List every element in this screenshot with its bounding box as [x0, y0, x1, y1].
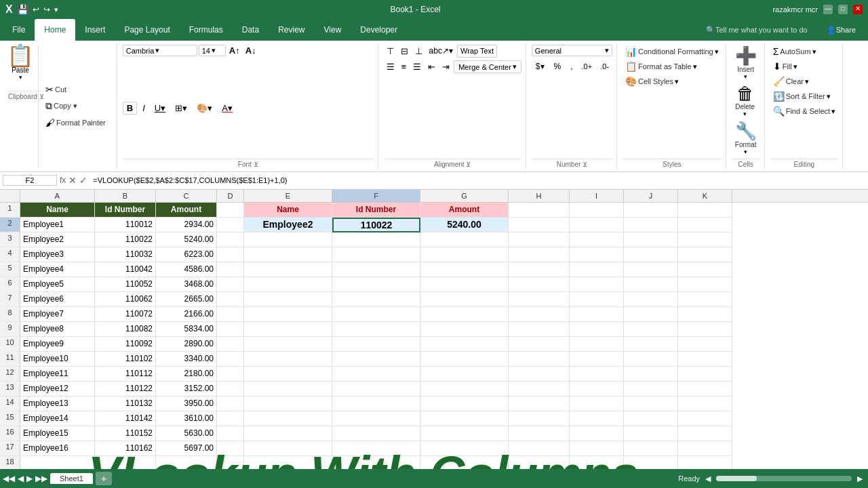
cell-6-G[interactable] [420, 277, 509, 292]
cell-16-C[interactable]: 5630.00 [156, 426, 217, 441]
cell-9-H[interactable] [509, 322, 570, 337]
cell-13-K[interactable] [678, 382, 732, 396]
cell-4-J[interactable] [624, 247, 678, 262]
cell-13-I[interactable] [570, 382, 624, 396]
cell-14-H[interactable] [509, 396, 570, 411]
cell-11-F[interactable] [332, 352, 420, 367]
fill-color-btn[interactable]: 🎨▾ [193, 102, 216, 115]
format-btn[interactable]: 🔧 Format▾ [732, 120, 760, 157]
cell-7-A[interactable]: Employee6 [20, 292, 95, 307]
redo-icon[interactable]: ↪ [43, 5, 50, 14]
cell-16-E[interactable] [244, 426, 332, 441]
cell-16-F[interactable] [332, 426, 420, 441]
cell-16-D[interactable] [217, 426, 244, 441]
cell-17-H[interactable] [509, 441, 570, 456]
indent-increase-btn[interactable]: ⇥ [439, 60, 452, 73]
cell-6-I[interactable] [570, 277, 624, 292]
cell-6-H[interactable] [509, 277, 570, 292]
cell-14-C[interactable]: 3950.00 [156, 396, 217, 411]
row-number[interactable]: 3 [0, 232, 20, 247]
tab-page-layout[interactable]: Page Layout [115, 19, 179, 41]
comma-btn[interactable]: , [566, 60, 576, 73]
merge-center-btn[interactable]: Merge & Center▾ [454, 60, 521, 73]
cell-4-C[interactable]: 6223.00 [156, 247, 217, 262]
save-icon[interactable]: 💾 [17, 4, 28, 15]
cell-15-D[interactable] [217, 411, 244, 426]
cell-4-I[interactable] [570, 247, 624, 262]
cell-12-E[interactable] [244, 367, 332, 382]
row-number[interactable]: 1 [0, 203, 20, 218]
cell-16-A[interactable]: Employee15 [20, 426, 95, 441]
cell-14-D[interactable] [217, 396, 244, 411]
cell-1-A[interactable]: Name [20, 203, 95, 218]
cell-3-H[interactable] [509, 232, 570, 247]
cell-4-B[interactable]: 110032 [95, 247, 156, 262]
cell-2-B[interactable]: 110012 [95, 218, 156, 232]
cell-7-H[interactable] [509, 292, 570, 307]
cell-16-H[interactable] [509, 426, 570, 441]
cell-7-J[interactable] [624, 292, 678, 307]
bottom-align-btn[interactable]: ⊥ [412, 45, 425, 58]
cell-6-C[interactable]: 3468.00 [156, 277, 217, 292]
sheet-tab-sheet1[interactable]: Sheet1 [50, 473, 93, 484]
decimal-decrease-btn[interactable]: .0- [597, 60, 612, 73]
cell-8-D[interactable] [217, 307, 244, 322]
cell-1-F[interactable]: Id Number [332, 203, 420, 218]
cell-5-K[interactable] [678, 262, 732, 277]
cell-2-J[interactable] [624, 218, 678, 232]
autosum-btn[interactable]: Σ AutoSum▾ [770, 45, 819, 58]
clear-btn[interactable]: 🧹 Clear▾ [770, 75, 812, 88]
cell-14-J[interactable] [624, 396, 678, 411]
col-header-k[interactable]: K [678, 190, 732, 202]
cell-7-K[interactable] [678, 292, 732, 307]
cell-10-J[interactable] [624, 337, 678, 352]
col-header-g[interactable]: G [420, 190, 509, 202]
cell-16-K[interactable] [678, 426, 732, 441]
bold-btn[interactable]: B [123, 102, 137, 115]
cell-8-H[interactable] [509, 307, 570, 322]
cell-10-K[interactable] [678, 337, 732, 352]
cell-2-C[interactable]: 2934.00 [156, 218, 217, 232]
cell-8-J[interactable] [624, 307, 678, 322]
add-sheet-btn[interactable]: + [96, 472, 112, 485]
cell-5-G[interactable] [420, 262, 509, 277]
row-number[interactable]: 5 [0, 262, 20, 277]
cell-11-E[interactable] [244, 352, 332, 367]
row-number[interactable]: 8 [0, 307, 20, 322]
cell-11-J[interactable] [624, 352, 678, 367]
cell-8-F[interactable] [332, 307, 420, 322]
cell-12-C[interactable]: 2180.00 [156, 367, 217, 382]
wrap-text-btn[interactable]: Wrap Text [457, 45, 497, 58]
format-as-table-btn[interactable]: 📋 Format as Table▾ [623, 60, 700, 73]
cell-4-H[interactable] [509, 247, 570, 262]
cell-2-G[interactable]: 5240.00 [420, 218, 509, 232]
cell-7-G[interactable] [420, 292, 509, 307]
cell-10-H[interactable] [509, 337, 570, 352]
orientation-btn[interactable]: abc↗▾ [427, 45, 456, 58]
cell-13-C[interactable]: 3152.00 [156, 382, 217, 396]
border-btn[interactable]: ⊞▾ [171, 102, 191, 115]
cell-17-D[interactable] [217, 441, 244, 456]
cell-14-F[interactable] [332, 396, 420, 411]
percent-btn[interactable]: % [550, 60, 566, 73]
cell-6-D[interactable] [217, 277, 244, 292]
prev-sheet-btn[interactable]: ◀◀ [3, 474, 15, 483]
cell-3-F[interactable] [332, 232, 420, 247]
cell-1-G[interactable]: Amount [420, 203, 509, 218]
cell-9-F[interactable] [332, 322, 420, 337]
restore-btn[interactable]: □ [838, 5, 848, 14]
cell-5-J[interactable] [624, 262, 678, 277]
cell-12-F[interactable] [332, 367, 420, 382]
cell-16-J[interactable] [624, 426, 678, 441]
formula-input[interactable] [90, 176, 865, 185]
name-box[interactable] [3, 175, 57, 186]
cell-7-F[interactable] [332, 292, 420, 307]
function-wizard-btn[interactable]: fx [60, 176, 66, 185]
cell-8-K[interactable] [678, 307, 732, 322]
cell-3-B[interactable]: 110022 [95, 232, 156, 247]
cell-5-A[interactable]: Employee4 [20, 262, 95, 277]
cell-9-A[interactable]: Employee8 [20, 322, 95, 337]
cell-2-K[interactable] [678, 218, 732, 232]
decimal-increase-btn[interactable]: .0+ [578, 60, 596, 73]
cell-4-E[interactable] [244, 247, 332, 262]
